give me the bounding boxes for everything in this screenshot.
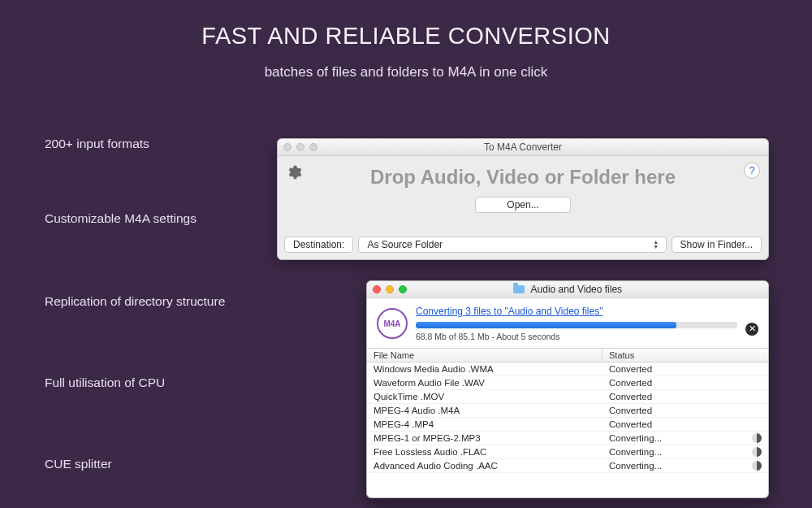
table-row[interactable]: MPEG-1 or MPEG-2.MP3Converting... — [367, 432, 768, 445]
spinner-icon — [752, 447, 762, 457]
table-row[interactable]: MPEG-4 Audio .M4AConverted — [367, 404, 768, 418]
table-row[interactable]: QuickTime .MOVConverted — [367, 390, 768, 404]
feature-item: Full utilisation of CPU — [45, 376, 165, 390]
destination-select[interactable]: As Source Folder ▲▼ — [358, 237, 666, 253]
maximize-icon[interactable] — [399, 285, 407, 293]
spinner-icon — [752, 461, 762, 471]
destination-row: Destination: As Source Folder ▲▼ Show in… — [284, 237, 762, 253]
cell-filename: Advanced Audio Coding .AAC — [367, 459, 603, 472]
cell-status: Converting... — [603, 459, 768, 472]
cell-status: Converting... — [603, 445, 768, 458]
converter-titlebar: To M4A Converter — [278, 139, 768, 156]
progress-window-title: Audio and Video files — [531, 284, 623, 295]
table-row[interactable]: Free Lossless Audio .FLACConverting... — [367, 445, 768, 459]
open-button[interactable]: Open... — [475, 197, 571, 213]
progress-window: Audio and Video files M4A Converting 3 f… — [366, 280, 769, 498]
col-header-filename[interactable]: File Name — [367, 349, 603, 362]
progress-bar — [416, 322, 737, 328]
feature-item: Replication of directory structure — [45, 294, 225, 309]
help-button[interactable]: ? — [744, 163, 760, 179]
traffic-lights — [373, 285, 407, 293]
converter-window-title: To M4A Converter — [278, 139, 768, 156]
progress-link[interactable]: Converting 3 files to "Audio and Video f… — [416, 306, 737, 317]
table-header: File Name Status — [367, 348, 768, 363]
cell-status: Converted — [603, 404, 768, 417]
feature-item: 200+ input formats — [45, 137, 149, 151]
minimize-icon[interactable] — [386, 285, 394, 293]
cell-status: Converted — [603, 363, 768, 376]
spinner-icon — [752, 433, 762, 443]
progress-area: M4A Converting 3 files to "Audio and Vid… — [367, 298, 768, 348]
table-row[interactable]: MPEG-4 .MP4Converted — [367, 418, 768, 432]
table-body: Windows Media Audio .WMAConvertedWavefor… — [367, 363, 768, 473]
converter-window: To M4A Converter ? Drop Audio, Video or … — [277, 138, 769, 260]
cell-status: Converted — [603, 376, 768, 389]
col-header-status[interactable]: Status — [603, 349, 768, 362]
minimize-icon[interactable] — [296, 143, 304, 151]
page-heading: FAST AND RELIABLE CONVERSION — [0, 0, 812, 50]
cell-status: Converting... — [603, 432, 768, 445]
destination-button[interactable]: Destination: — [284, 237, 353, 253]
progress-column: Converting 3 files to "Audio and Video f… — [416, 306, 737, 341]
gear-icon[interactable] — [286, 164, 302, 185]
cancel-button[interactable]: ✕ — [745, 323, 758, 336]
cell-filename: Windows Media Audio .WMA — [367, 363, 603, 376]
feature-item: Customizable M4A settings — [45, 211, 197, 226]
cell-filename: QuickTime .MOV — [367, 390, 603, 403]
m4a-badge-icon: M4A — [377, 308, 408, 339]
close-icon[interactable] — [373, 285, 381, 293]
show-in-finder-button[interactable]: Show in Finder... — [672, 237, 762, 253]
progress-fill — [416, 322, 676, 328]
converter-body: ? Drop Audio, Video or Folder here Open.… — [278, 156, 768, 259]
folder-icon — [513, 285, 525, 293]
close-icon[interactable] — [283, 143, 292, 151]
cell-filename: MPEG-1 or MPEG-2.MP3 — [367, 432, 603, 445]
chevron-updown-icon: ▲▼ — [651, 239, 661, 250]
cell-filename: MPEG-4 .MP4 — [367, 418, 603, 431]
cell-filename: Waveform Audio File .WAV — [367, 376, 603, 389]
traffic-lights — [283, 143, 317, 151]
feature-item: CUE splitter — [45, 457, 112, 471]
cell-filename: MPEG-4 Audio .M4A — [367, 404, 603, 417]
table-row[interactable]: Waveform Audio File .WAVConverted — [367, 376, 768, 390]
table-row[interactable]: Advanced Audio Coding .AACConverting... — [367, 459, 768, 473]
cell-status: Converted — [603, 418, 768, 431]
table-row[interactable]: Windows Media Audio .WMAConverted — [367, 363, 768, 376]
destination-value: As Source Folder — [367, 239, 443, 250]
cell-filename: Free Lossless Audio .FLAC — [367, 445, 603, 458]
progress-status: 68.8 Mb of 85.1 Mb - About 5 seconds — [416, 332, 737, 341]
page-subheading: batches of files and folders to M4A in o… — [0, 50, 812, 80]
drop-message: Drop Audio, Video or Folder here — [278, 156, 768, 189]
cell-status: Converted — [603, 390, 768, 403]
maximize-icon[interactable] — [309, 143, 317, 151]
progress-titlebar: Audio and Video files — [367, 281, 768, 298]
